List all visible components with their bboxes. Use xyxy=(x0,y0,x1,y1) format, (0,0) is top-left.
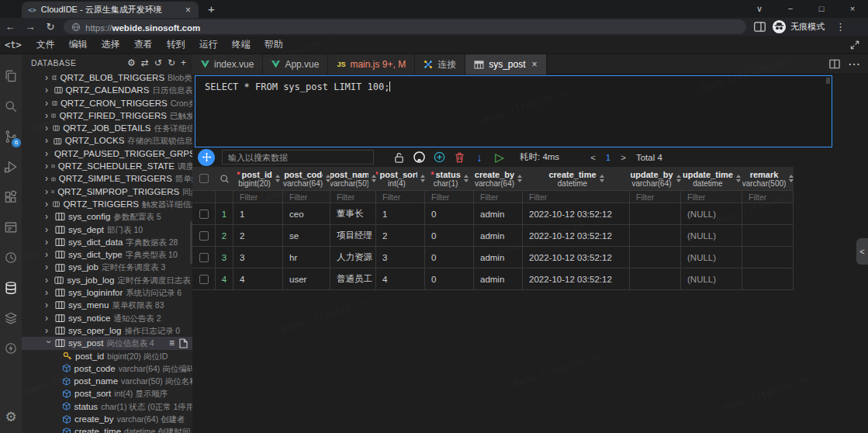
url-bar[interactable]: https://webide.sinosoft.com xyxy=(64,19,746,34)
menu-terminal[interactable]: 终端 xyxy=(225,38,258,51)
sort-icon[interactable] xyxy=(464,175,469,182)
cell-create-time[interactable]: 2022-10-12 03:52:12 xyxy=(523,247,630,268)
filter-input[interactable]: Filter xyxy=(474,191,523,203)
chevron-icon[interactable]: › xyxy=(45,312,52,324)
filter-input[interactable]: Filter xyxy=(376,191,425,203)
report-panel-icon[interactable] xyxy=(0,212,22,242)
tree-item[interactable]: post_id bigint(20) 岗位ID xyxy=(22,350,192,362)
column-header-post-id[interactable]: *post_idbigint(20) xyxy=(233,167,283,190)
unlock-icon[interactable] xyxy=(393,151,405,164)
column-header-remark[interactable]: remarkvarchar(500) xyxy=(742,167,794,190)
chevron-icon[interactable]: › xyxy=(45,134,50,147)
cell-update-by[interactable] xyxy=(630,268,681,289)
close-button[interactable]: × xyxy=(837,0,868,18)
next-page-icon[interactable]: > xyxy=(621,153,626,162)
column-header-update-by[interactable]: update_byvarchar(64) xyxy=(630,167,681,190)
db-refresh-icon[interactable]: ↻ xyxy=(168,57,175,68)
sort-icon[interactable] xyxy=(789,175,794,182)
maximize-button[interactable]: □ xyxy=(806,0,837,18)
insert-row-icon[interactable] xyxy=(433,151,445,164)
filter-input[interactable]: Filter xyxy=(425,191,474,203)
tree-item[interactable]: › sys_notice 通知公告表 2 xyxy=(22,312,192,324)
filter-input[interactable]: Filter xyxy=(630,191,681,203)
cell-post-name[interactable]: 普通员工 xyxy=(330,268,376,289)
tree-item[interactable]: › QRTZ_SIMPROP_TRIGGERS 同步机... xyxy=(22,185,192,198)
browser-tab[interactable]: <> CloudIDE - 云原生集成开发环境 × xyxy=(22,2,199,18)
export-icon[interactable]: ↓ xyxy=(473,151,486,164)
tree-item[interactable]: › QRTZ_JOB_DETAILS 任务详细信息... xyxy=(22,122,192,134)
sort-icon[interactable] xyxy=(517,175,522,182)
prev-page-icon[interactable]: < xyxy=(590,153,596,162)
chevron-icon[interactable]: › xyxy=(45,286,52,299)
column-header-create-time[interactable]: create_timedatetime xyxy=(523,167,630,190)
chevron-icon[interactable]: › xyxy=(45,261,52,273)
run-debug-icon[interactable] xyxy=(0,151,22,182)
cell-create-time[interactable]: 2022-10-12 03:52:12 xyxy=(523,268,630,289)
forward-icon[interactable]: → xyxy=(20,21,40,33)
source-control-icon[interactable]: 6 xyxy=(0,121,22,151)
filter-input[interactable]: Filter xyxy=(283,191,330,203)
menu-selection[interactable]: 选择 xyxy=(95,38,127,51)
table-row[interactable]: 4 4 user 普通员工 4 0 admin 2022-10-12 03:52… xyxy=(192,268,794,290)
cell-post-sort[interactable]: 3 xyxy=(376,247,425,268)
tree-item[interactable]: › sys_job_log 定时任务调度日志表 0 xyxy=(22,274,192,286)
tree-item[interactable]: › QRTZ_BLOB_TRIGGERS Blob类型的... xyxy=(22,71,192,84)
split-editor-icon[interactable] xyxy=(829,59,840,69)
row-checkbox[interactable] xyxy=(192,247,216,268)
grid-search-icon[interactable] xyxy=(216,167,233,190)
chevron-icon[interactable]: › xyxy=(45,84,51,96)
data-search-input[interactable] xyxy=(222,150,374,165)
cell-update-by[interactable] xyxy=(630,247,681,268)
split-screen-icon[interactable] xyxy=(754,22,766,32)
db-sync-icon[interactable]: ⇄ xyxy=(141,57,149,68)
site-info-icon[interactable] xyxy=(71,23,81,32)
extensions-icon[interactable] xyxy=(0,182,22,212)
tree-item[interactable]: › sys_dept 部门表 10 xyxy=(22,223,192,236)
github-icon[interactable] xyxy=(413,151,425,164)
db-history-icon[interactable]: ↺ xyxy=(154,57,162,68)
db-add-icon[interactable]: + xyxy=(181,57,186,68)
cell-create-by[interactable]: admin xyxy=(474,225,523,246)
cell-create-by[interactable]: admin xyxy=(474,247,523,268)
cell-post-name[interactable]: 人力资源 xyxy=(330,247,376,268)
tree-item[interactable]: › sys_logininfor 系统访问记录 6 xyxy=(22,286,192,299)
chevron-icon[interactable]: › xyxy=(45,248,52,261)
chevron-icon[interactable]: › xyxy=(45,122,50,134)
cell-remark[interactable] xyxy=(742,247,794,268)
tab-index-vue[interactable]: index.vue xyxy=(192,54,263,74)
tree-item[interactable]: › QRTZ_SIMPLE_TRIGGERS 简单触发... xyxy=(22,172,192,185)
cell-status[interactable]: 0 xyxy=(425,247,474,268)
filter-input[interactable]: Filter xyxy=(233,191,283,203)
tree-item[interactable]: › QRTZ_LOCKS 存储的悲观锁信息表 2 xyxy=(22,134,192,147)
tree-item[interactable]: › sys_menu 菜单权限表 83 xyxy=(22,299,192,311)
column-header-status[interactable]: *statuschar(1) xyxy=(425,167,474,190)
sort-icon[interactable] xyxy=(275,175,280,182)
cell-remark[interactable] xyxy=(742,225,794,246)
cell-post-sort[interactable]: 4 xyxy=(376,268,425,289)
tab-main-js[interactable]: JS main.js 9+, M xyxy=(328,54,415,74)
back-icon[interactable]: ← xyxy=(0,21,20,33)
chevron-icon[interactable]: › xyxy=(45,274,51,286)
run-query-icon[interactable]: ▷ xyxy=(493,151,506,164)
filter-input[interactable]: Filter xyxy=(681,191,742,203)
cell-create-by[interactable]: admin xyxy=(474,203,523,224)
tree-item[interactable]: › sys_dict_type 字典类型表 10 xyxy=(22,248,192,261)
tab-close-icon[interactable]: × xyxy=(184,5,192,16)
tree-item[interactable]: › QRTZ_FIRED_TRIGGERS 已触发的触... xyxy=(22,109,192,122)
tree-item[interactable]: › QRTZ_CRON_TRIGGERS Cron类型... xyxy=(22,97,192,109)
cell-update-time[interactable]: (NULL) xyxy=(681,247,742,268)
tree-item[interactable]: › sys_config 参数配置表 5 xyxy=(22,210,192,223)
row-checkbox[interactable] xyxy=(192,203,216,224)
chevron-icon[interactable]: › xyxy=(45,147,48,160)
search-icon[interactable] xyxy=(0,91,22,121)
column-header-post-name[interactable]: *post_namevarchar(50) xyxy=(330,167,376,190)
column-header-post-sort[interactable]: *post_sortint(4) xyxy=(376,167,425,190)
cell-post-id[interactable]: 4 xyxy=(233,268,283,289)
tab-search-icon[interactable]: ∨ xyxy=(744,0,775,18)
sort-icon[interactable] xyxy=(736,175,741,182)
chevron-icon[interactable]: › xyxy=(45,223,52,236)
cell-post-sort[interactable]: 2 xyxy=(376,225,425,246)
chevron-icon[interactable]: › xyxy=(45,172,48,185)
sort-icon[interactable] xyxy=(600,175,604,182)
table-row[interactable]: 3 3 hr 人力资源 3 0 admin 2022-10-12 03:52:1… xyxy=(192,247,794,268)
